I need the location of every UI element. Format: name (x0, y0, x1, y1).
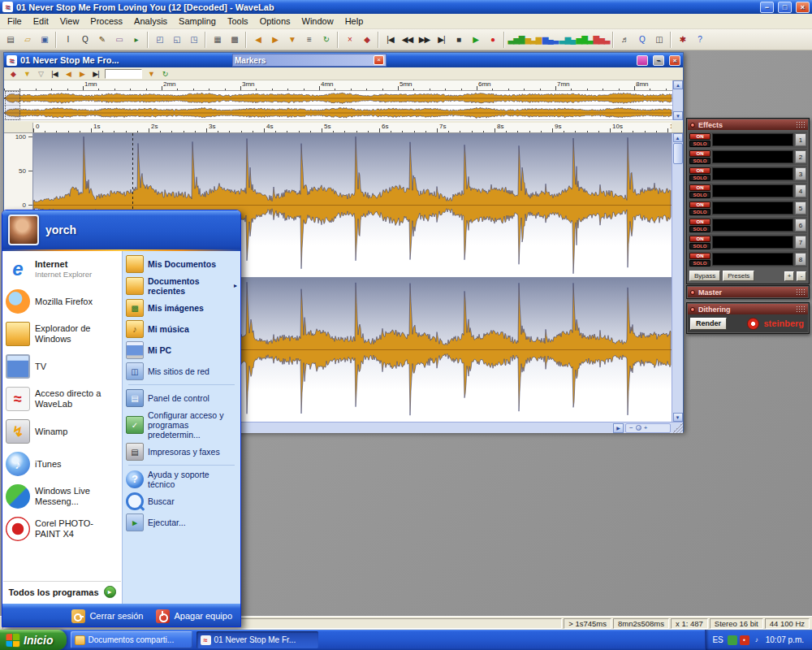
effect-slot-display[interactable] (712, 167, 793, 180)
start-menu-item-impresoras-y-faxes[interactable]: ▤Impresoras y faxes (123, 441, 240, 462)
start-menu-item-buscar[interactable]: Buscar (123, 491, 240, 512)
overview-scrollbar[interactable]: ▲ ▼ (672, 80, 683, 120)
time-format-button[interactable]: ▩ (226, 31, 243, 48)
effect-slot-display[interactable] (712, 202, 793, 214)
eraser-tool-button[interactable]: ▭ (110, 31, 127, 48)
start-menu-item-mis-im-genes[interactable]: ▩Mis imágenes (123, 297, 240, 318)
log-off-button[interactable]: Cerrar sesión (71, 609, 143, 623)
time-ruler[interactable]: 01s2s3s4s5s6s7s8s9s10s11s (33, 123, 672, 133)
effect-slot-number[interactable]: 3 (795, 167, 806, 180)
master-panel-header[interactable]: Master (688, 287, 808, 297)
effect-on-button[interactable]: ON (689, 150, 710, 157)
start-menu-item-winamp[interactable]: ↯Winamp (3, 415, 121, 448)
task-button-01-never-stop-me-fr[interactable]: ≈01 Never Stop Me Fr... (197, 631, 318, 648)
msn-icon[interactable] (728, 635, 737, 645)
panel-grip-icon[interactable] (796, 288, 806, 296)
effect-slot-display[interactable] (712, 219, 793, 232)
effects-panel-header[interactable]: Effects (688, 119, 808, 130)
add-effect-button[interactable]: + (784, 271, 794, 281)
peak-meter-button[interactable]: ▇▅▃ (593, 31, 610, 48)
start-menu-item-mis-documentos[interactable]: Mis Documentos (123, 254, 240, 275)
markers-palette-close-button[interactable]: × (374, 55, 384, 65)
zoom-tool-button[interactable]: Q (76, 31, 93, 48)
go-end-button[interactable]: ▶| (89, 68, 102, 80)
filter-outline-button[interactable]: ▽ (34, 68, 47, 80)
loop-toggle-button[interactable]: ↻ (158, 68, 171, 80)
effect-slot-number[interactable]: 6 (795, 219, 806, 232)
remove-effect-button[interactable]: - (797, 271, 806, 281)
bypass-button[interactable]: Bypass (689, 271, 720, 281)
task-button-documentos-comparti[interactable]: Documentos comparti... (71, 631, 192, 648)
audition-speaker-button[interactable]: ♬ (616, 31, 633, 48)
scroll-up-icon[interactable]: ▲ (673, 80, 683, 89)
menu-sampling[interactable]: Sampling (173, 15, 222, 28)
effect-solo-button[interactable]: SOLO (689, 158, 710, 164)
render-button[interactable]: Render (690, 318, 727, 330)
scroll-right-icon[interactable]: ▶ (613, 423, 624, 433)
resize-grip-icon[interactable] (672, 422, 683, 433)
markers-palette[interactable]: Markers × (232, 54, 387, 67)
start-button[interactable]: Inicio (0, 630, 67, 650)
level-meter-button[interactable]: ▃▅▇ (508, 31, 525, 48)
error-cross-button[interactable]: × (341, 31, 358, 48)
next-marker-button[interactable]: ▶ (76, 68, 89, 80)
start-menu-item-ayuda-y-soporte-t-cnico[interactable]: ?Ayuda y soporte técnico (123, 468, 240, 491)
language-indicator[interactable]: ES (712, 635, 723, 644)
tile-horizontal-button[interactable]: ◱ (168, 31, 185, 48)
start-menu-item-corel-photo-paint-x4[interactable]: Corel PHOTO-PAINT X4 (3, 513, 121, 545)
effect-slot-display[interactable] (712, 236, 793, 249)
effect-on-button[interactable]: ON (689, 202, 710, 208)
panel-grip-icon[interactable] (796, 121, 806, 128)
minimize-button[interactable]: − (760, 2, 774, 13)
start-menu-item-documentos-recientes[interactable]: Documentos recientes▸ (123, 275, 240, 297)
menu-options[interactable]: Options (254, 15, 296, 28)
effect-solo-button[interactable]: SOLO (689, 192, 710, 198)
effect-slot-display[interactable] (712, 150, 793, 163)
go-end-button[interactable]: ▶| (433, 31, 450, 48)
drop-marker-button[interactable]: ▼ (145, 68, 158, 80)
maximize-button[interactable]: □ (778, 2, 792, 13)
panel-grip-icon[interactable] (796, 306, 806, 313)
prev-marker-button[interactable]: ◀ (249, 31, 266, 48)
tile-vertical-button[interactable]: ◳ (185, 31, 202, 48)
start-menu-item-mi-m-sica[interactable]: ♪Mi música (123, 318, 240, 340)
go-start-button[interactable]: |◀ (48, 68, 61, 80)
snap-magnet-button[interactable]: ◆ (358, 31, 375, 48)
overview-waveform-right[interactable] (4, 106, 672, 120)
save-file-button[interactable]: ▣ (36, 31, 53, 48)
start-menu-item-windows-live-messeng[interactable]: Windows Live Messeng... (3, 480, 121, 513)
volume-icon[interactable]: ♪ (752, 635, 762, 645)
overview-waveform-left[interactable] (4, 91, 672, 106)
drop-marker-button[interactable]: ▼ (283, 31, 300, 48)
presets-button[interactable]: Presets (723, 271, 754, 281)
filter-funnel-button[interactable]: ▼ (20, 68, 33, 80)
start-menu-item-ejecutar[interactable]: ▸Ejecutar... (123, 512, 240, 533)
cascade-windows-button[interactable]: ◰ (151, 31, 168, 48)
palette-pink-button[interactable] (637, 55, 648, 66)
effect-solo-button[interactable]: SOLO (689, 175, 710, 181)
shut-down-button[interactable]: Apagar equipo (156, 609, 232, 623)
effect-slot-display[interactable] (712, 253, 793, 266)
play-button[interactable]: ▶ (467, 31, 484, 48)
menu-file[interactable]: File (2, 15, 28, 28)
effect-solo-button[interactable]: SOLO (689, 226, 710, 232)
vu-meter-button[interactable]: ▅▇▃ (576, 31, 593, 48)
spectrum-meter-button[interactable]: ▅▃▆ (525, 31, 542, 48)
effect-slot-number[interactable]: 1 (795, 133, 806, 146)
start-menu-item-tv[interactable]: TV (3, 350, 121, 383)
menu-help[interactable]: Help (339, 15, 369, 28)
menu-window[interactable]: Window (296, 15, 339, 28)
refresh-loop-button[interactable]: ↻ (317, 31, 335, 48)
effect-slot-number[interactable]: 4 (795, 184, 806, 197)
start-menu-item-internet[interactable]: eInternetInternet Explorer (3, 253, 121, 285)
wave-window-close-button[interactable]: × (669, 55, 680, 66)
next-marker-button[interactable]: ▶ (266, 31, 283, 48)
start-menu-item-mis-sitios-de-red[interactable]: ◫Mis sitios de red (123, 361, 240, 382)
zoom-knob-icon[interactable] (636, 425, 641, 431)
phase-meter-button[interactable]: ▆▄▃ (542, 31, 559, 48)
new-file-button[interactable]: ▤ (2, 31, 19, 48)
zoom-audio-button[interactable]: Q (633, 31, 650, 48)
menu-process[interactable]: Process (84, 15, 128, 28)
play-scrub-tool-button[interactable]: ▸ (127, 31, 145, 48)
scroll-down-icon[interactable]: ▼ (673, 413, 683, 422)
